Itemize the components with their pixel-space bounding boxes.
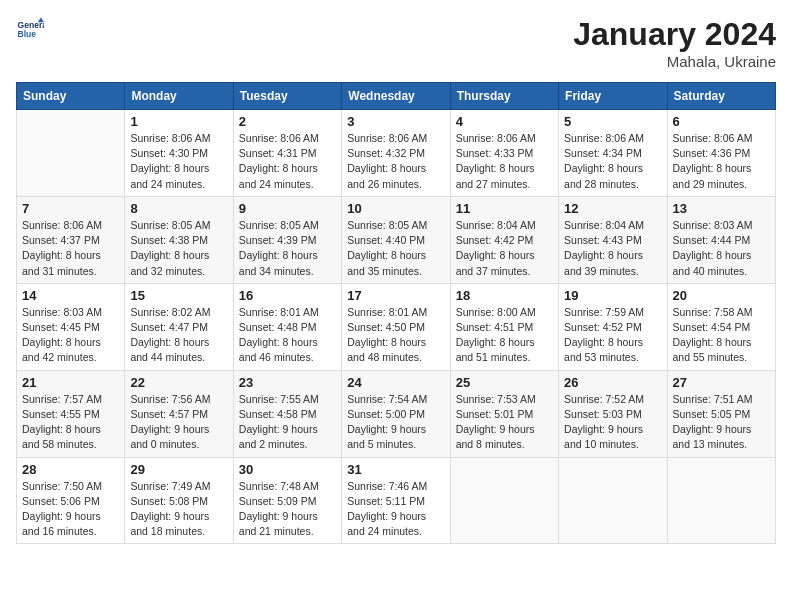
svg-text:Blue: Blue (18, 29, 37, 39)
day-number: 17 (347, 288, 444, 303)
calendar-cell: 11 Sunrise: 8:04 AMSunset: 4:42 PMDaylig… (450, 196, 558, 283)
day-detail: Sunrise: 7:51 AMSunset: 5:05 PMDaylight:… (673, 392, 770, 453)
day-number: 11 (456, 201, 553, 216)
day-number: 22 (130, 375, 227, 390)
week-row-2: 7 Sunrise: 8:06 AMSunset: 4:37 PMDayligh… (17, 196, 776, 283)
day-detail: Sunrise: 7:57 AMSunset: 4:55 PMDaylight:… (22, 392, 119, 453)
calendar-cell: 24 Sunrise: 7:54 AMSunset: 5:00 PMDaylig… (342, 370, 450, 457)
calendar-cell: 15 Sunrise: 8:02 AMSunset: 4:47 PMDaylig… (125, 283, 233, 370)
day-detail: Sunrise: 8:06 AMSunset: 4:30 PMDaylight:… (130, 131, 227, 192)
weekday-header-friday: Friday (559, 83, 667, 110)
day-detail: Sunrise: 7:48 AMSunset: 5:09 PMDaylight:… (239, 479, 336, 540)
calendar-cell: 27 Sunrise: 7:51 AMSunset: 5:05 PMDaylig… (667, 370, 775, 457)
day-detail: Sunrise: 8:06 AMSunset: 4:31 PMDaylight:… (239, 131, 336, 192)
weekday-header-saturday: Saturday (667, 83, 775, 110)
calendar-cell: 14 Sunrise: 8:03 AMSunset: 4:45 PMDaylig… (17, 283, 125, 370)
day-number: 20 (673, 288, 770, 303)
day-detail: Sunrise: 7:59 AMSunset: 4:52 PMDaylight:… (564, 305, 661, 366)
day-number: 15 (130, 288, 227, 303)
calendar-cell: 4 Sunrise: 8:06 AMSunset: 4:33 PMDayligh… (450, 110, 558, 197)
day-number: 7 (22, 201, 119, 216)
calendar-cell: 9 Sunrise: 8:05 AMSunset: 4:39 PMDayligh… (233, 196, 341, 283)
calendar-cell: 25 Sunrise: 7:53 AMSunset: 5:01 PMDaylig… (450, 370, 558, 457)
logo: General Blue (16, 16, 44, 44)
day-detail: Sunrise: 7:56 AMSunset: 4:57 PMDaylight:… (130, 392, 227, 453)
day-number: 1 (130, 114, 227, 129)
day-detail: Sunrise: 8:03 AMSunset: 4:44 PMDaylight:… (673, 218, 770, 279)
calendar-cell: 31 Sunrise: 7:46 AMSunset: 5:11 PMDaylig… (342, 457, 450, 544)
calendar-cell (17, 110, 125, 197)
day-number: 12 (564, 201, 661, 216)
week-row-3: 14 Sunrise: 8:03 AMSunset: 4:45 PMDaylig… (17, 283, 776, 370)
calendar-cell: 17 Sunrise: 8:01 AMSunset: 4:50 PMDaylig… (342, 283, 450, 370)
day-detail: Sunrise: 8:06 AMSunset: 4:32 PMDaylight:… (347, 131, 444, 192)
day-number: 3 (347, 114, 444, 129)
day-detail: Sunrise: 7:50 AMSunset: 5:06 PMDaylight:… (22, 479, 119, 540)
day-detail: Sunrise: 8:00 AMSunset: 4:51 PMDaylight:… (456, 305, 553, 366)
page-header: General Blue January 2024 Mahala, Ukrain… (16, 16, 776, 70)
weekday-header-tuesday: Tuesday (233, 83, 341, 110)
day-number: 13 (673, 201, 770, 216)
calendar-cell: 2 Sunrise: 8:06 AMSunset: 4:31 PMDayligh… (233, 110, 341, 197)
day-detail: Sunrise: 8:06 AMSunset: 4:37 PMDaylight:… (22, 218, 119, 279)
day-number: 10 (347, 201, 444, 216)
day-number: 28 (22, 462, 119, 477)
calendar-cell: 3 Sunrise: 8:06 AMSunset: 4:32 PMDayligh… (342, 110, 450, 197)
calendar-cell: 28 Sunrise: 7:50 AMSunset: 5:06 PMDaylig… (17, 457, 125, 544)
day-number: 31 (347, 462, 444, 477)
calendar-cell: 8 Sunrise: 8:05 AMSunset: 4:38 PMDayligh… (125, 196, 233, 283)
calendar-cell: 5 Sunrise: 8:06 AMSunset: 4:34 PMDayligh… (559, 110, 667, 197)
day-number: 26 (564, 375, 661, 390)
day-number: 19 (564, 288, 661, 303)
calendar-cell: 6 Sunrise: 8:06 AMSunset: 4:36 PMDayligh… (667, 110, 775, 197)
day-detail: Sunrise: 8:06 AMSunset: 4:36 PMDaylight:… (673, 131, 770, 192)
day-number: 9 (239, 201, 336, 216)
calendar-cell: 20 Sunrise: 7:58 AMSunset: 4:54 PMDaylig… (667, 283, 775, 370)
calendar-cell: 18 Sunrise: 8:00 AMSunset: 4:51 PMDaylig… (450, 283, 558, 370)
day-number: 6 (673, 114, 770, 129)
page-subtitle: Mahala, Ukraine (573, 53, 776, 70)
day-detail: Sunrise: 7:53 AMSunset: 5:01 PMDaylight:… (456, 392, 553, 453)
calendar-cell: 23 Sunrise: 7:55 AMSunset: 4:58 PMDaylig… (233, 370, 341, 457)
day-number: 4 (456, 114, 553, 129)
calendar-cell: 1 Sunrise: 8:06 AMSunset: 4:30 PMDayligh… (125, 110, 233, 197)
calendar-cell: 19 Sunrise: 7:59 AMSunset: 4:52 PMDaylig… (559, 283, 667, 370)
calendar-cell: 22 Sunrise: 7:56 AMSunset: 4:57 PMDaylig… (125, 370, 233, 457)
day-detail: Sunrise: 7:58 AMSunset: 4:54 PMDaylight:… (673, 305, 770, 366)
day-number: 5 (564, 114, 661, 129)
day-number: 24 (347, 375, 444, 390)
day-detail: Sunrise: 7:55 AMSunset: 4:58 PMDaylight:… (239, 392, 336, 453)
calendar-cell (667, 457, 775, 544)
calendar-cell: 13 Sunrise: 8:03 AMSunset: 4:44 PMDaylig… (667, 196, 775, 283)
day-detail: Sunrise: 8:05 AMSunset: 4:38 PMDaylight:… (130, 218, 227, 279)
day-number: 30 (239, 462, 336, 477)
weekday-header-wednesday: Wednesday (342, 83, 450, 110)
day-number: 29 (130, 462, 227, 477)
weekday-header-sunday: Sunday (17, 83, 125, 110)
day-detail: Sunrise: 8:05 AMSunset: 4:39 PMDaylight:… (239, 218, 336, 279)
calendar-cell: 26 Sunrise: 7:52 AMSunset: 5:03 PMDaylig… (559, 370, 667, 457)
calendar-cell: 16 Sunrise: 8:01 AMSunset: 4:48 PMDaylig… (233, 283, 341, 370)
calendar-table: SundayMondayTuesdayWednesdayThursdayFrid… (16, 82, 776, 544)
calendar-cell: 21 Sunrise: 7:57 AMSunset: 4:55 PMDaylig… (17, 370, 125, 457)
day-number: 23 (239, 375, 336, 390)
weekday-header-monday: Monday (125, 83, 233, 110)
day-number: 8 (130, 201, 227, 216)
week-row-5: 28 Sunrise: 7:50 AMSunset: 5:06 PMDaylig… (17, 457, 776, 544)
page-title: January 2024 (573, 16, 776, 53)
title-block: January 2024 Mahala, Ukraine (573, 16, 776, 70)
day-detail: Sunrise: 8:04 AMSunset: 4:42 PMDaylight:… (456, 218, 553, 279)
day-detail: Sunrise: 7:49 AMSunset: 5:08 PMDaylight:… (130, 479, 227, 540)
calendar-cell: 10 Sunrise: 8:05 AMSunset: 4:40 PMDaylig… (342, 196, 450, 283)
weekday-header-row: SundayMondayTuesdayWednesdayThursdayFrid… (17, 83, 776, 110)
day-detail: Sunrise: 8:04 AMSunset: 4:43 PMDaylight:… (564, 218, 661, 279)
weekday-header-thursday: Thursday (450, 83, 558, 110)
day-number: 27 (673, 375, 770, 390)
day-number: 25 (456, 375, 553, 390)
calendar-cell: 12 Sunrise: 8:04 AMSunset: 4:43 PMDaylig… (559, 196, 667, 283)
calendar-cell (450, 457, 558, 544)
day-detail: Sunrise: 7:52 AMSunset: 5:03 PMDaylight:… (564, 392, 661, 453)
calendar-cell (559, 457, 667, 544)
logo-icon: General Blue (16, 16, 44, 44)
day-detail: Sunrise: 8:03 AMSunset: 4:45 PMDaylight:… (22, 305, 119, 366)
